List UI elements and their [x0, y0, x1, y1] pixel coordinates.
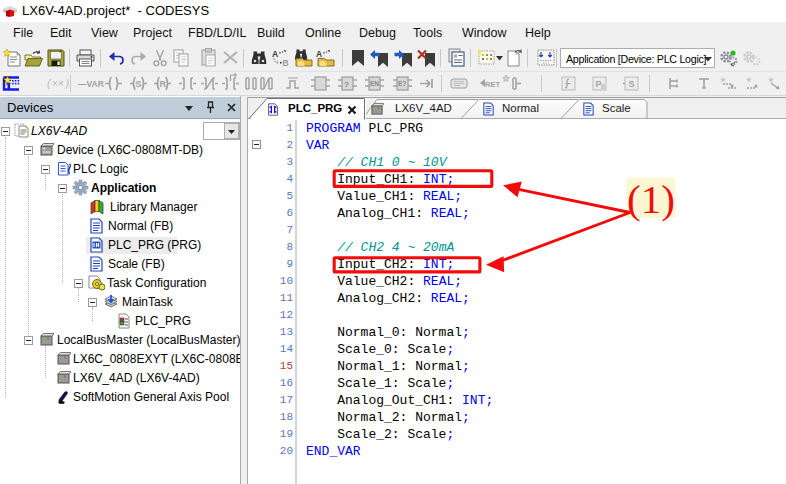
svg-text:(1): (1)	[627, 176, 675, 222]
